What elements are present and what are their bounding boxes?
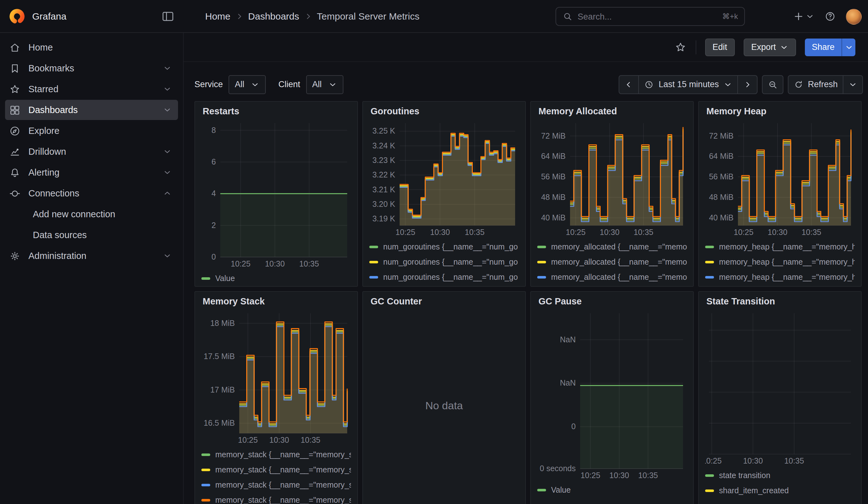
share-button[interactable]: Share (805, 38, 841, 56)
legend-item[interactable]: memory_allocated {__name__="memo (537, 270, 687, 285)
svg-text:8: 8 (211, 126, 216, 134)
legend-item[interactable]: memory_heap {__name__="memory_h (705, 239, 855, 255)
plus-icon (793, 11, 804, 22)
refresh-interval-button[interactable] (843, 75, 863, 94)
help-button[interactable] (825, 11, 836, 22)
sidebar-toggle-icon[interactable] (161, 9, 175, 23)
chevron-down-icon (723, 80, 732, 89)
sidebar-item-home[interactable]: Home (5, 37, 178, 58)
favorite-star-icon[interactable] (674, 41, 686, 53)
variable-service-value: All (235, 80, 244, 89)
sidebar-item-administration[interactable]: Administration (5, 246, 178, 266)
legend-item[interactable]: num_goroutines {__name__="num_go (369, 239, 519, 255)
chart-memory-allocated[interactable]: 72 MiB64 MiB56 MiB48 MiB40 MiB10:2510:30… (537, 119, 687, 238)
sidebar-item-drilldown[interactable]: Drilldown (5, 142, 178, 162)
legend-item[interactable]: memory_allocated {__name__="memo (537, 239, 687, 255)
panel-title[interactable]: GC Counter (363, 292, 525, 309)
sidebar-item-bookmarks[interactable]: Bookmarks (5, 58, 178, 78)
svg-text:3.19 K: 3.19 K (372, 214, 395, 223)
variable-pickers: Service All Client All (194, 75, 343, 94)
add-button[interactable] (793, 11, 814, 22)
panel-title[interactable]: Memory Heap (699, 102, 861, 119)
share-label: Share (812, 42, 835, 52)
svg-text:40 MiB: 40 MiB (709, 213, 734, 222)
legend-item[interactable]: memory_heap {__name__="memory_h (705, 255, 855, 270)
legend-item[interactable]: num_goroutines {__name__="num_go (369, 270, 519, 285)
panel-title[interactable]: State Transition (699, 292, 861, 309)
svg-text:0 seconds: 0 seconds (540, 464, 576, 473)
panel-state-transition: State Transition10:2510:3010:35state tra… (698, 291, 862, 504)
sidebar-item-dashboards[interactable]: Dashboards (5, 100, 178, 120)
sidebar-item-add-new-connection[interactable]: Add new connection (5, 204, 178, 224)
variable-service-select[interactable]: All (228, 75, 266, 94)
panel-title[interactable]: Restarts (195, 102, 357, 119)
panel-legend: memory_stack {__name__="memory_smemory_s… (202, 447, 351, 504)
sidebar-item-expander[interactable] (163, 105, 172, 114)
sidebar-item-data-sources[interactable]: Data sources (5, 225, 178, 245)
zoom-out-button[interactable] (762, 75, 783, 94)
search-icon (562, 11, 572, 21)
panel-title[interactable]: GC Pause (531, 292, 693, 309)
sidebar-item-alerting[interactable]: Alerting (5, 162, 178, 183)
variable-service: Service All (194, 75, 266, 94)
legend-item[interactable]: memory_stack {__name__="memory_s (202, 477, 351, 493)
legend-item[interactable]: Value (202, 271, 351, 286)
sidebar-item-explore[interactable]: Explore (5, 121, 178, 141)
breadcrumb-home[interactable]: Home (205, 11, 230, 21)
legend-item[interactable]: Value (537, 483, 687, 498)
sidebar-item-expander[interactable] (163, 147, 172, 156)
search-input[interactable] (578, 12, 717, 21)
time-controls: Last 15 minutes Refresh (619, 75, 863, 94)
sidebar-item-starred[interactable]: Starred (5, 79, 178, 99)
refresh-button[interactable]: Refresh (787, 75, 844, 94)
export-label: Export (751, 42, 776, 52)
sidebar-item-expander[interactable] (163, 189, 172, 198)
chart-goroutines[interactable]: 3.25 K3.24 K3.23 K3.22 K3.21 K3.20 K3.19… (369, 119, 519, 238)
svg-text:0: 0 (571, 422, 576, 431)
legend-item[interactable]: memory_stack {__name__="memory_s (202, 493, 351, 504)
legend-item[interactable]: memory_heap {__name__="memory_h (705, 270, 855, 285)
svg-text:17.5 MiB: 17.5 MiB (204, 352, 235, 361)
brand[interactable]: Grafana (9, 8, 66, 24)
breadcrumb-dashboards[interactable]: Dashboards (248, 11, 299, 21)
svg-text:10:30: 10:30 (768, 228, 787, 237)
legend-item[interactable]: state transition (705, 468, 855, 483)
time-range-picker[interactable]: Last 15 minutes (639, 75, 738, 94)
panel-title[interactable]: Memory Allocated (531, 102, 693, 119)
legend-item[interactable]: memory_stack {__name__="memory_s (202, 462, 351, 477)
sidebar-item-expander[interactable] (163, 168, 172, 177)
time-shift-forward-button[interactable] (737, 75, 757, 94)
variable-client-select[interactable]: All (306, 75, 343, 94)
panel-title[interactable]: Goroutines (363, 102, 525, 119)
time-shift-back-button[interactable] (619, 75, 639, 94)
sidebar-item-expander[interactable] (163, 251, 172, 260)
chart-gc-pause[interactable]: NaNNaN00 seconds10:2510:3010:35 (537, 309, 687, 481)
legend-item[interactable]: memory_allocated {__name__="memo (537, 285, 687, 286)
legend-item[interactable]: shard_item_created (705, 483, 855, 498)
chart-restarts[interactable]: 8642010:2510:3010:35 (202, 119, 351, 270)
svg-text:NaN: NaN (560, 378, 576, 387)
user-avatar[interactable] (846, 9, 862, 24)
search-box[interactable]: ⌘+k (556, 7, 745, 26)
export-button[interactable]: Export (744, 38, 796, 56)
chart-memory-heap[interactable]: 72 MiB64 MiB56 MiB48 MiB40 MiB10:2510:30… (705, 119, 855, 238)
legend-item[interactable]: memory_stack {__name__="memory_s (202, 447, 351, 462)
star-icon (9, 83, 21, 95)
panel-memory-heap: Memory Heap72 MiB64 MiB56 MiB48 MiB40 Mi… (698, 101, 862, 287)
chevron-right-icon (235, 12, 244, 21)
sidebar-item-label: Explore (28, 126, 59, 136)
legend-item[interactable]: memory_allocated {__name__="memo (537, 255, 687, 270)
sidebar-item-connections[interactable]: Connections (5, 183, 178, 203)
sidebar-item-expander[interactable] (163, 85, 172, 93)
legend-item[interactable]: num_goroutines {__name__="num_go (369, 285, 519, 286)
panel-title[interactable]: Memory Stack (195, 292, 357, 309)
edit-button[interactable]: Edit (705, 38, 735, 56)
legend-item[interactable]: memory_heap {__name__="memory_h (705, 285, 855, 286)
panel-legend: memory_allocated {__name__="memomemory_a… (537, 239, 687, 286)
share-menu-button[interactable] (841, 38, 855, 56)
chart-state-transition[interactable]: 10:2510:3010:35 (705, 309, 855, 467)
sidebar-item-expander[interactable] (163, 64, 172, 73)
legend-item[interactable]: num_goroutines {__name__="num_go (369, 255, 519, 270)
panel-gc-counter: GC CounterNo data (362, 291, 526, 504)
chart-memory-stack[interactable]: 18 MiB17.5 MiB17 MiB16.5 MiB10:2510:3010… (202, 309, 351, 446)
